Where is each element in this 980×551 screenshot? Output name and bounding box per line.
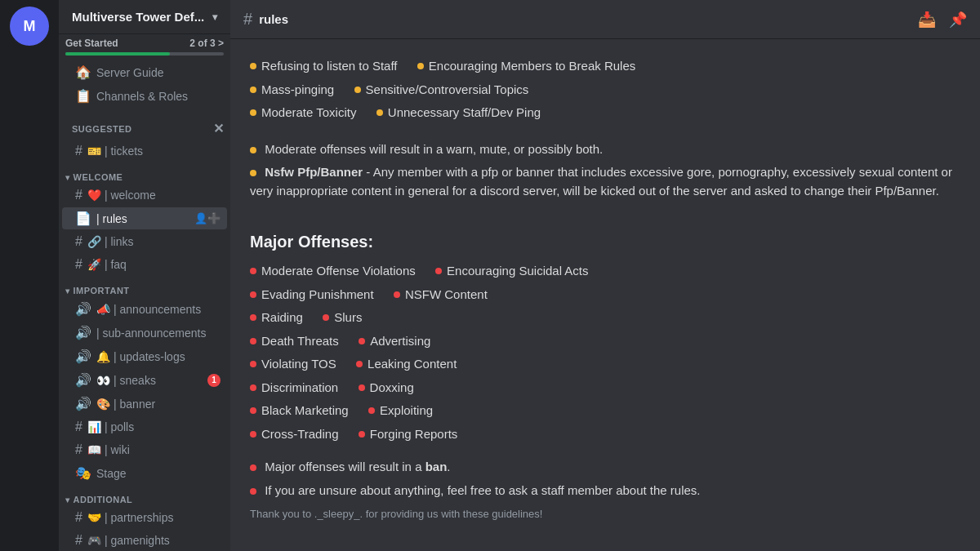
sidebar-item-announcements[interactable]: 🔊 📣 | announcements <box>62 298 227 320</box>
bullet-dot <box>435 268 442 274</box>
wiki-emoji: 📖 <box>87 443 101 456</box>
bullet-dot <box>250 268 256 274</box>
bullet-text: Sensitive/Controversial Topics <box>366 81 529 100</box>
hash-icon: # <box>75 144 82 158</box>
bullet-dot <box>394 291 400 298</box>
channel-sidebar: Multiverse Tower Def... ▾ Get Started 2 … <box>59 0 230 551</box>
ban-note: Major offenses will result in a ban. <box>250 458 960 477</box>
bullet-text: Encouraging Members to Break Rules <box>429 57 635 76</box>
speaker-icon: 🔊 <box>75 349 91 364</box>
sidebar-item-partnerships[interactable]: # 🤝 | partnerships <box>62 507 227 528</box>
wiki-label: | wiki <box>105 443 130 456</box>
banner-emoji: 🎨 <box>96 398 110 411</box>
close-suggested-icon[interactable]: ✕ <box>213 121 225 136</box>
hash-icon: # <box>75 442 82 457</box>
death-threats-text: Death Threats <box>261 332 339 351</box>
polls-emoji: 📊 <box>87 420 101 433</box>
bullet-dot <box>250 147 256 153</box>
progress-bar-fill <box>65 52 170 56</box>
category-important[interactable]: ▾ IMPORTANT <box>59 276 230 297</box>
server-name: Multiverse Tower Def... <box>72 10 204 24</box>
partnerships-label: | partnerships <box>105 511 174 524</box>
sidebar-item-server-guide[interactable]: 🏠 Server Guide <box>62 61 227 83</box>
sidebar-item-banner[interactable]: 🔊 🎨 | banner <box>62 393 227 415</box>
sidebar-item-polls[interactable]: # 📊 | polls <box>62 416 227 438</box>
thank-you-text: Thank you to ._sleepy_. for providing us… <box>250 506 960 522</box>
bullet-text: Evading Punishment <box>261 286 374 304</box>
channel-title: rules <box>259 12 288 26</box>
speaker-icon: 🔊 <box>75 372 91 388</box>
speaker-icon: 🔊 <box>75 301 91 317</box>
rules-label: | rules <box>96 212 127 225</box>
welcome-emoji: ❤️ <box>87 189 101 202</box>
sidebar-item-rules[interactable]: 📄 | rules 👤➕ <box>62 207 227 229</box>
get-started-progress: 2 of 3 > <box>189 38 224 49</box>
bullet-text: Leaking Content <box>368 355 457 374</box>
toolbar-right: 📥 📌 <box>918 11 967 29</box>
sidebar-item-welcome[interactable]: # ❤️ | welcome <box>62 184 227 206</box>
get-started-section: Get Started 2 of 3 > <box>59 34 230 60</box>
gamenights-label: | gamenights <box>105 534 170 547</box>
sidebar-item-gamenights[interactable]: # 🎮 | gamenights <box>62 530 227 551</box>
server-icon[interactable]: M <box>10 7 49 46</box>
bullet-row: Discrimination Doxxing <box>250 379 960 398</box>
speaker-icon: 🔊 <box>75 396 91 411</box>
forging-reports-text: Forging Reports <box>370 425 458 444</box>
unsure-note: If you are unsure about anything, feel f… <box>250 482 960 500</box>
sidebar-item-sub-announcements[interactable]: 🔊 | sub-announcements <box>62 322 227 344</box>
bullet-dot <box>250 488 256 495</box>
add-user-icon[interactable]: 👤➕ <box>194 212 220 224</box>
sidebar-item-faq[interactable]: # 🚀 | faq <box>62 254 227 275</box>
bullet-text: NSFW Content <box>405 286 488 304</box>
sidebar-item-links[interactable]: # 🔗 | links <box>62 231 227 252</box>
bullet-text: Black Marketing <box>261 402 349 420</box>
server-guide-label: Server Guide <box>96 66 163 79</box>
bullet-text: Raiding <box>261 309 303 327</box>
bullet-row: Black Marketing Exploiting <box>250 402 960 420</box>
partnerships-emoji: 🤝 <box>87 511 101 524</box>
bullet-row: Raiding Slurs <box>250 309 960 327</box>
bullet-row: Death Threats Advertising <box>250 332 960 351</box>
server-guide-icon: 🏠 <box>75 64 91 80</box>
server-header[interactable]: Multiverse Tower Def... ▾ <box>59 0 230 34</box>
sidebar-item-sneaks[interactable]: 🔊 👀 | sneaks 1 <box>62 369 227 391</box>
inbox-icon[interactable]: 📥 <box>918 11 936 29</box>
gamenights-emoji: 🎮 <box>87 534 101 547</box>
bullet-dot <box>417 63 424 69</box>
content-block: Refusing to listen to Staff Encouraging … <box>250 57 960 551</box>
sidebar-item-updates-logs[interactable]: 🔊 🔔 | updates-logs <box>62 345 227 367</box>
chevron-down-icon: ▾ <box>212 11 217 23</box>
bullet-dot <box>359 384 365 391</box>
bullet-text: Slurs <box>334 309 362 327</box>
bullet-text: Encouraging Suicidal Acts <box>447 262 588 281</box>
sneaks-label: | sneaks <box>114 374 156 387</box>
rules-icon: 📄 <box>75 211 91 226</box>
sidebar-item-wiki[interactable]: # 📖 | wiki <box>62 439 227 460</box>
pin-icon[interactable]: 📌 <box>949 11 967 29</box>
caret-icon: ▾ <box>65 495 70 504</box>
top-bar: # rules 📥 📌 <box>230 0 980 39</box>
bullet-dot <box>250 384 256 391</box>
announcements-label: | announcements <box>114 303 201 316</box>
sidebar-item-tickets[interactable]: # 🎫 | tickets <box>62 140 227 162</box>
hash-icon: # <box>75 188 82 202</box>
sidebar-item-channels-roles[interactable]: 📋 Channels & Roles <box>62 85 227 107</box>
bullet-row: Mass-pinging Sensitive/Controversial Top… <box>250 81 960 100</box>
moderate-toxicity-text: Moderate Toxicity <box>261 104 356 122</box>
bullet-dot <box>323 314 329 321</box>
bullet-text: Mass-pinging <box>261 81 334 100</box>
banner-label: | banner <box>114 398 155 411</box>
bullet-text: Cross-Trading <box>261 425 338 444</box>
sidebar-item-stage[interactable]: 🎭 Stage <box>62 462 227 484</box>
updates-logs-label: | updates-logs <box>114 350 185 363</box>
message-area[interactable]: Refusing to listen to Staff Encouraging … <box>230 39 980 551</box>
category-additional[interactable]: ▾ ADDITIONAL <box>59 485 230 506</box>
bullet-dot <box>250 431 256 438</box>
category-welcome[interactable]: ▾ WELCOME <box>59 162 230 184</box>
welcome-label: | welcome <box>105 189 156 202</box>
links-label: | links <box>105 235 134 248</box>
nsfw-pfp-note: Nsfw Pfp/Banner - Any member with a pfp … <box>250 163 960 200</box>
bullet-text: Moderate Offense Violations <box>261 262 416 281</box>
caret-icon: ▾ <box>65 287 70 295</box>
links-emoji: 🔗 <box>87 235 101 248</box>
